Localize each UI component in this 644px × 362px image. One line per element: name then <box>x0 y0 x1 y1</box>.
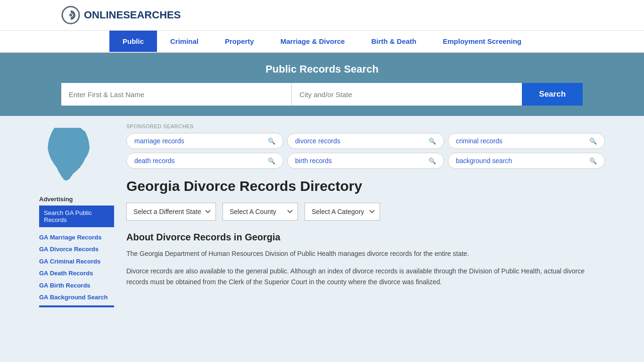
sidebar-link-criminal[interactable]: GA Criminal Records <box>39 256 114 267</box>
header: ONLINESEARCHES <box>0 0 644 31</box>
georgia-map <box>39 123 100 189</box>
sidebar-link-death[interactable]: GA Death Records <box>39 268 114 279</box>
category-dropdown[interactable]: Select A Category <box>305 203 380 221</box>
sidebar-link-background[interactable]: GA Background Search <box>39 292 114 303</box>
search-icon-divorce: 🔍 <box>429 138 436 145</box>
search-icon-background: 🔍 <box>589 157 597 165</box>
search-tag-background[interactable]: background search 🔍 <box>448 153 605 169</box>
search-banner-title: Public Records Search <box>61 63 583 75</box>
advertising-label: Advertising <box>39 196 114 203</box>
sidebar-link-marriage[interactable]: GA Marriage Records <box>39 232 114 243</box>
about-para-2: Divorce records are also available to th… <box>126 266 605 288</box>
svg-point-1 <box>69 14 72 16</box>
logo-text: ONLINESEARCHES <box>84 9 181 21</box>
location-input[interactable] <box>292 83 522 106</box>
main-nav: Public Criminal Property Marriage & Divo… <box>0 31 644 53</box>
search-tags: marriage records 🔍 divorce records 🔍 cri… <box>126 133 605 169</box>
nav-item-public[interactable]: Public <box>109 31 157 52</box>
search-icon-birth: 🔍 <box>429 157 436 165</box>
logo: ONLINESEARCHES <box>61 6 181 25</box>
state-dropdown[interactable]: Select a Different State <box>126 203 216 221</box>
nav-item-employment[interactable]: Employment Screening <box>429 31 535 52</box>
search-icon-death: 🔍 <box>268 157 275 165</box>
main-content: SPONSORED SEARCHES marriage records 🔍 di… <box>122 123 605 307</box>
search-icon-marriage: 🔍 <box>268 138 275 145</box>
sidebar: Advertising Search GA Public Records GA … <box>39 123 122 307</box>
nav-item-marriage-divorce[interactable]: Marriage & Divorce <box>267 31 358 52</box>
nav-item-property[interactable]: Property <box>212 31 267 52</box>
search-button[interactable]: Search <box>522 83 583 106</box>
nav-item-birth-death[interactable]: Birth & Death <box>358 31 429 52</box>
search-tag-criminal[interactable]: criminal records 🔍 <box>448 133 605 149</box>
page-title: Georgia Divorce Records Directory <box>126 178 605 194</box>
search-form: Search <box>61 83 583 106</box>
sidebar-link-birth[interactable]: GA Birth Records <box>39 280 114 291</box>
dropdowns-row: Select a Different State Select A County… <box>126 203 605 221</box>
logo-icon <box>61 6 80 25</box>
name-input[interactable] <box>61 83 292 106</box>
search-tag-death[interactable]: death records 🔍 <box>126 153 283 169</box>
county-dropdown[interactable]: Select A County <box>223 203 298 221</box>
sidebar-blue-bar <box>39 305 114 307</box>
search-tag-marriage[interactable]: marriage records 🔍 <box>126 133 283 149</box>
nav-item-criminal[interactable]: Criminal <box>157 31 212 52</box>
sponsored-label: SPONSORED SEARCHES <box>126 123 605 129</box>
sidebar-links: GA Marriage Records GA Divorce Records G… <box>39 232 114 303</box>
search-icon-criminal: 🔍 <box>589 138 597 145</box>
sidebar-link-divorce[interactable]: GA Divorce Records <box>39 244 114 255</box>
ad-box[interactable]: Search GA Public Records <box>39 206 114 227</box>
search-banner: Public Records Search Search <box>0 53 644 116</box>
search-tag-divorce[interactable]: divorce records 🔍 <box>287 133 444 149</box>
about-heading: About Divorce Records in Georgia <box>126 232 605 243</box>
about-para-1: The Georgia Department of Human Resource… <box>126 248 605 259</box>
content-wrapper: Advertising Search GA Public Records GA … <box>30 116 614 315</box>
search-tag-birth[interactable]: birth records 🔍 <box>287 153 444 169</box>
